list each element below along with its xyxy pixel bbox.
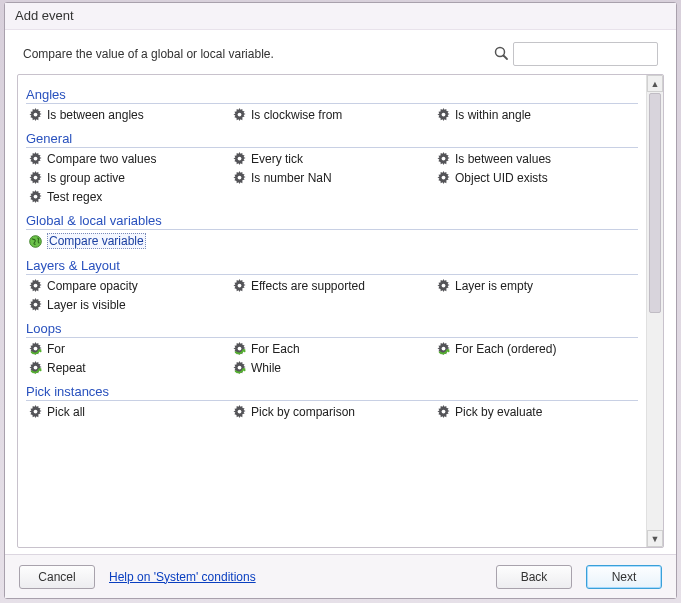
category-global-local-variables: Global & local variablesCompare variable [26,211,638,250]
condition-while[interactable]: While [230,359,434,376]
condition-label: Object UID exists [455,171,548,185]
condition-label: Repeat [47,361,86,375]
condition-effects-are-supported[interactable]: Effects are supported [230,277,434,294]
condition-label: Is between angles [47,108,144,122]
gear-icon [232,151,247,166]
category-general: GeneralCompare two valuesEvery tickIs be… [26,129,638,205]
scroll-down-button[interactable]: ▼ [647,530,663,547]
scroll-thumb[interactable] [649,93,661,313]
condition-layer-is-empty[interactable]: Layer is empty [434,277,638,294]
svg-point-7 [442,113,446,117]
gear-icon [232,107,247,122]
condition-is-number-nan[interactable]: Is number NaN [230,169,434,186]
category-header: Pick instances [26,382,638,401]
search-input[interactable] [513,42,658,66]
condition-label: Is number NaN [251,171,332,185]
search-icon [493,45,509,64]
category-items: Is between anglesIs clockwise fromIs wit… [26,106,638,123]
condition-label: Is within angle [455,108,531,122]
svg-point-17 [238,176,242,180]
svg-point-21 [34,195,38,199]
condition-pick-by-comparison[interactable]: Pick by comparison [230,403,434,419]
svg-point-30 [34,303,38,307]
condition-label: Compare opacity [47,279,138,293]
next-button[interactable]: Next [586,565,662,589]
condition-for-each[interactable]: For Each [230,340,434,357]
condition-label: Compare two values [47,152,156,166]
category-layers-layout: Layers & LayoutCompare opacityEffects ar… [26,256,638,313]
category-angles: AnglesIs between anglesIs clockwise from… [26,85,638,123]
condition-is-within-angle[interactable]: Is within angle [434,106,638,123]
category-header: Global & local variables [26,211,638,230]
svg-line-1 [504,55,508,59]
svg-point-13 [442,157,446,161]
dialog-footer: Cancel Help on 'System' conditions Back … [5,554,676,598]
loop-icon [28,360,43,375]
gear-icon [28,151,43,166]
condition-label: Is between values [455,152,551,166]
gear-icon [28,297,43,312]
svg-point-36 [442,347,446,351]
gear-icon [28,170,43,185]
condition-is-group-active[interactable]: Is group active [26,169,230,186]
loop-icon [232,341,247,356]
back-button[interactable]: Back [496,565,572,589]
cancel-button[interactable]: Cancel [19,565,95,589]
category-items: Compare variable [26,232,638,250]
category-items: ForFor EachFor Each (ordered)RepeatWhile [26,340,638,376]
condition-for[interactable]: For [26,340,230,357]
category-header: Loops [26,319,638,338]
svg-point-24 [34,284,38,288]
description-text: Compare the value of a global or local v… [23,47,483,61]
svg-point-9 [34,157,38,161]
condition-label: Pick all [47,405,85,419]
svg-point-32 [34,347,38,351]
globe-icon [28,234,43,249]
gear-icon [436,107,451,122]
condition-compare-opacity[interactable]: Compare opacity [26,277,230,294]
help-link[interactable]: Help on 'System' conditions [109,570,256,584]
condition-label: For [47,342,65,356]
category-header: Layers & Layout [26,256,638,275]
condition-repeat[interactable]: Repeat [26,359,230,376]
condition-label: Effects are supported [251,279,365,293]
gear-icon [28,278,43,293]
condition-for-each-ordered[interactable]: For Each (ordered) [434,340,638,357]
svg-point-44 [238,410,242,414]
loop-icon [28,341,43,356]
condition-label: For Each [251,342,300,356]
gear-icon [28,107,43,122]
condition-compare-variable[interactable]: Compare variable [26,232,230,250]
gear-icon [28,189,43,204]
dialog-title: Add event [5,3,676,30]
condition-label: For Each (ordered) [455,342,556,356]
condition-is-between-angles[interactable]: Is between angles [26,106,230,123]
gear-icon [436,278,451,293]
condition-label: Is clockwise from [251,108,342,122]
condition-test-regex[interactable]: Test regex [26,188,230,205]
condition-layer-is-visible[interactable]: Layer is visible [26,296,230,313]
condition-list: AnglesIs between anglesIs clockwise from… [18,75,646,547]
svg-point-19 [442,176,446,180]
category-pick-instances: Pick instancesPick allPick by comparison… [26,382,638,419]
condition-compare-two-values[interactable]: Compare two values [26,150,230,167]
svg-point-28 [442,284,446,288]
svg-point-42 [34,410,38,414]
category-items: Compare opacityEffects are supportedLaye… [26,277,638,313]
condition-pick-all[interactable]: Pick all [26,403,230,419]
scrollbar-vertical[interactable]: ▲ ▼ [646,75,663,547]
svg-point-46 [442,410,446,414]
gear-icon [436,170,451,185]
condition-label: Is group active [47,171,125,185]
condition-is-between-values[interactable]: Is between values [434,150,638,167]
scroll-up-button[interactable]: ▲ [647,75,663,92]
condition-every-tick[interactable]: Every tick [230,150,434,167]
condition-is-clockwise-from[interactable]: Is clockwise from [230,106,434,123]
svg-point-5 [238,113,242,117]
condition-object-uid-exists[interactable]: Object UID exists [434,169,638,186]
svg-point-26 [238,284,242,288]
category-loops: LoopsForFor EachFor Each (ordered)Repeat… [26,319,638,376]
gear-icon [28,404,43,419]
condition-pick-by-evaluate[interactable]: Pick by evaluate [434,403,638,419]
svg-point-15 [34,176,38,180]
